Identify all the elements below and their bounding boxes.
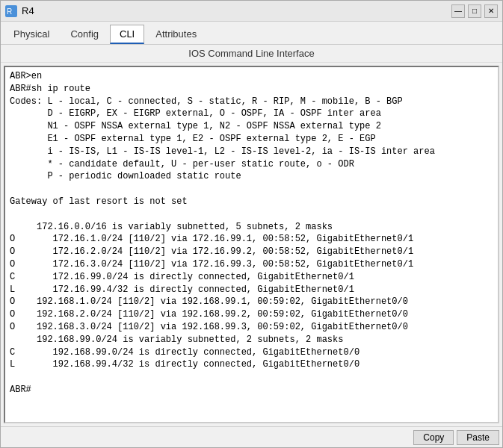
- main-window: R R4 — □ ✕ Physical Config CLI Attribute…: [0, 0, 503, 448]
- cli-output[interactable]: ABR>en ABR#sh ip route Codes: L - local,…: [5, 67, 498, 422]
- tab-config[interactable]: Config: [61, 25, 108, 44]
- tab-bar: Physical Config CLI Attributes: [1, 22, 502, 45]
- window-title: R4: [22, 5, 34, 16]
- maximize-button[interactable]: □: [468, 4, 481, 18]
- app-icon: R: [5, 5, 17, 17]
- copy-button[interactable]: Copy: [413, 430, 454, 445]
- paste-button[interactable]: Paste: [457, 430, 499, 445]
- tab-cli[interactable]: CLI: [110, 25, 144, 44]
- tab-physical[interactable]: Physical: [4, 25, 59, 44]
- close-button[interactable]: ✕: [484, 4, 498, 18]
- title-bar: R R4 — □ ✕: [1, 1, 502, 22]
- svg-text:R: R: [7, 7, 12, 16]
- section-header: IOS Command Line Interface: [1, 45, 502, 63]
- cli-area: ABR>en ABR#sh ip route Codes: L - local,…: [4, 66, 499, 423]
- bottom-bar: Copy Paste: [1, 426, 502, 447]
- title-bar-left: R R4: [5, 5, 34, 17]
- tab-attributes[interactable]: Attributes: [146, 25, 206, 44]
- title-bar-controls: — □ ✕: [451, 4, 498, 18]
- minimize-button[interactable]: —: [451, 4, 465, 18]
